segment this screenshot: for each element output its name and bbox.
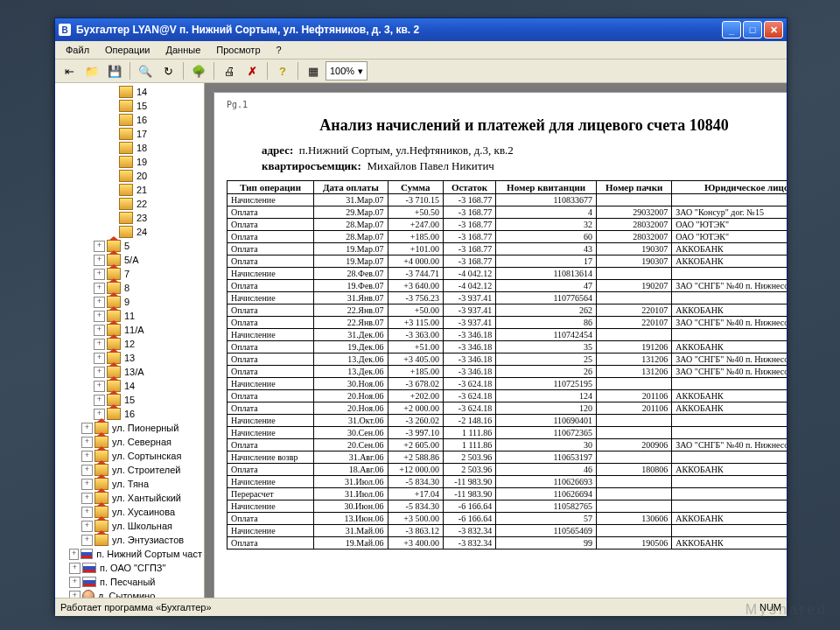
tree-item[interactable]: +п. ОАО "СГПЗ" [55,561,204,575]
print-button[interactable]: 🖨 [219,60,240,81]
expand-icon[interactable]: + [94,325,105,336]
tree-item[interactable]: +13/А [55,365,204,379]
expand-icon[interactable]: + [81,479,93,490]
tree-item[interactable]: 17 [55,127,204,141]
tree-item[interactable]: +ул. Хусаинова [55,505,204,519]
zoom-combo[interactable]: 100% ▾ [326,61,368,80]
tree-item[interactable]: +12 [55,337,204,351]
expand-icon[interactable]: + [69,591,80,598]
expand-icon[interactable]: + [81,465,93,476]
table-row: Оплата29.Мар.07+50.50-3 168.77429032007З… [228,206,788,219]
tree-item[interactable]: 21 [55,183,204,197]
tree-item[interactable]: +ул. Строителей [55,463,204,477]
window-title: Бухгалтер LYAN@V п. Нижний Сортым, ул. Н… [76,24,722,36]
help-button[interactable]: ? [272,60,293,81]
menu-Просмотр[interactable]: Просмотр [209,43,267,57]
tree-item[interactable]: +5/А [55,253,204,267]
expand-icon[interactable]: + [81,451,93,462]
tree-item[interactable]: +11 [55,309,204,323]
expand-icon[interactable]: + [94,283,105,294]
tree-item[interactable]: +9 [55,295,204,309]
close-button[interactable]: ✕ [764,21,783,38]
tree-item[interactable]: +ул. Энтузиастов [55,533,204,547]
tree-item[interactable]: +16 [55,407,204,421]
expand-icon[interactable]: + [94,367,105,378]
tree-item[interactable]: 23 [55,211,204,225]
tree-item[interactable]: 14 [55,85,204,99]
menu-Файл[interactable]: Файл [59,43,96,57]
expand-icon[interactable]: + [94,241,105,252]
nav-first-button[interactable]: ⇤ [59,60,80,81]
tree-item[interactable]: +ул. Пионерный [55,421,204,435]
table-row: Оплата20.Сен.06+2 605.001 111.8630200906… [228,439,788,452]
save-button[interactable]: 💾 [104,60,125,81]
fld-icon [119,198,133,210]
search-button[interactable]: 🔍 [135,60,156,81]
expand-icon[interactable]: + [69,549,79,560]
tree-item[interactable]: 18 [55,141,204,155]
tree-item[interactable]: 15 [55,99,204,113]
expand-icon[interactable]: + [94,381,105,392]
table-row: Оплата28.Мар.07+247.00-3 168.77322803200… [228,219,788,231]
expand-icon[interactable]: + [94,269,105,280]
tree-item[interactable]: +п. Нижний Сортым част [55,547,204,561]
tree-item[interactable]: 16 [55,113,204,127]
column-header: Номер пачки [597,181,672,194]
tree-toggle-button[interactable]: 🌳 [188,60,209,81]
maximize-button[interactable]: □ [743,21,762,38]
minimize-button[interactable]: _ [722,21,741,38]
tree-item[interactable]: +15 [55,393,204,407]
expand-icon[interactable]: + [81,521,93,532]
expand-icon[interactable]: + [81,437,93,448]
tree-item[interactable]: 19 [55,155,204,169]
expand-icon[interactable]: + [94,339,105,350]
navigation-tree[interactable]: 1415161718192021222324+5+5/А+7+8+9+11+11… [55,83,205,598]
expand-icon[interactable]: + [81,493,93,504]
table-row: Начисление30.Сен.06-3 997.101 111.861106… [228,427,788,439]
tree-item[interactable]: +11/А [55,323,204,337]
expand-icon[interactable]: + [94,297,105,308]
refresh-button[interactable]: ↻ [158,60,178,81]
expand-icon[interactable]: + [94,395,105,406]
tree-item[interactable]: +ул. Северная [55,435,204,449]
menu-Операции[interactable]: Операции [98,43,157,57]
cancel-button[interactable]: ✗ [242,60,262,81]
table-row: Начисление31.Янв.07-3 756.23-3 937.41110… [228,292,788,304]
tree-item[interactable]: +7 [55,267,204,281]
report-viewport[interactable]: Pg.1 Анализ начислений и платежей для ли… [205,83,787,598]
tree-item[interactable]: +ул. Хантыйский [55,491,204,505]
expand-icon[interactable]: + [94,255,105,266]
menu-?[interactable]: ? [270,43,289,57]
tree-item[interactable]: +ул. Тяна [55,477,204,491]
table-row: Начисление30.Ноя.06-3 678.02-3 624.18110… [228,378,788,390]
column-header: Номер квитанции [496,181,597,194]
nav-up-button[interactable]: 📁 [81,60,102,81]
report-tenant: квартиросъемщик: Михайлов Павел Никитич [262,159,787,173]
fld-icon [119,226,133,238]
table-row: Оплата13.Июн.06+3 500.00-6 166.645713060… [228,513,788,525]
tree-item[interactable]: +14 [55,379,204,393]
tree-item[interactable]: 24 [55,225,204,239]
tree-item[interactable]: +5 [55,239,204,253]
expand-icon[interactable]: + [69,577,80,588]
tree-item[interactable]: +д. Сытомино [55,589,204,598]
tree-item[interactable]: +ул. Сортынская [55,449,204,463]
expand-icon[interactable]: + [81,535,93,546]
zoom-fit-button[interactable]: ▦ [303,60,324,81]
expand-icon[interactable]: + [94,311,105,322]
expand-icon[interactable]: + [81,423,93,434]
tree-item[interactable]: 22 [55,197,204,211]
expand-icon[interactable]: + [81,507,93,518]
menu-Данные[interactable]: Данные [159,43,208,57]
expand-icon[interactable]: + [94,353,105,364]
fld-icon [119,86,133,98]
table-row: Оплата20.Ноя.06+202.00-3 624.18124201106… [228,390,788,402]
tree-item[interactable]: +п. Песчаный [55,575,204,589]
tree-item[interactable]: 20 [55,169,204,183]
column-header: Сумма [388,181,443,194]
tree-item[interactable]: +8 [55,281,204,295]
tree-item[interactable]: +ул. Школьная [55,519,204,533]
expand-icon[interactable]: + [69,563,80,574]
report-page: Pg.1 Анализ начислений и платежей для ли… [214,92,787,598]
tree-item[interactable]: +13 [55,351,204,365]
